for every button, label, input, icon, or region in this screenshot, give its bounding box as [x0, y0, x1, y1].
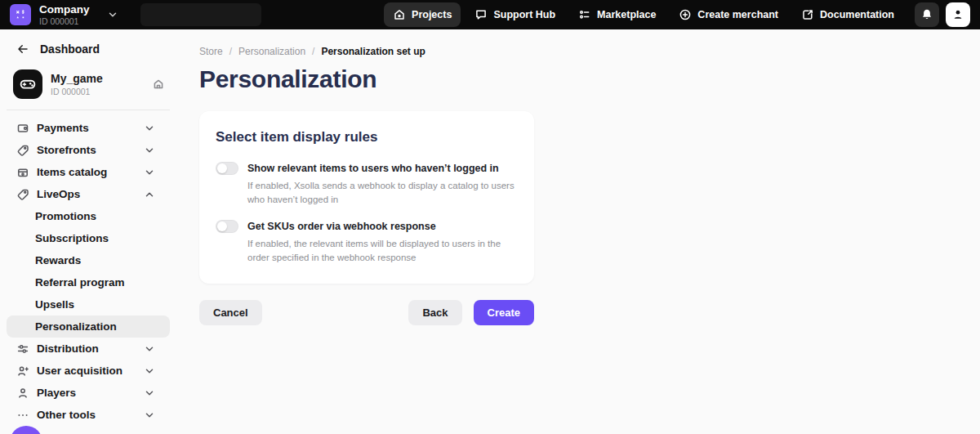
sidebar-subitem-label: Promotions — [35, 210, 96, 222]
breadcrumb-separator: / — [312, 46, 314, 57]
main-content: Store/Personalization/Personalization se… — [176, 29, 980, 434]
chevron-down-icon — [143, 365, 156, 378]
topbar-nav-label: Documentation — [820, 9, 894, 20]
chevron-down-icon — [143, 144, 156, 157]
chevron-up-icon — [143, 188, 156, 201]
back-to-dashboard[interactable]: Dashboard — [0, 39, 176, 59]
sidebar-item-user-acquisition[interactable]: User acquisition — [0, 360, 176, 382]
gamepad-icon — [19, 75, 37, 93]
sidebar-item-label: LiveOps — [37, 188, 143, 200]
toggle-label: Show relevant items to users who haven’t… — [247, 162, 518, 175]
back-button[interactable]: Back — [408, 300, 461, 325]
topbar-nav-projects[interactable]: Projects — [384, 2, 461, 27]
topbar-nav-documentation[interactable]: Documentation — [792, 2, 903, 27]
toggle-switch[interactable] — [216, 162, 238, 175]
sidebar-subitem-subscriptions[interactable]: Subscriptions — [0, 227, 176, 249]
sidebar-subitem-personalization[interactable]: Personalization — [7, 315, 170, 338]
sidebar-subitem-upsells[interactable]: Upsells — [0, 293, 176, 315]
sliders-icon — [16, 342, 29, 356]
sidebar-item-players[interactable]: Players — [0, 382, 176, 404]
toggle-row-get-skus-order-via-webhook-res: Get SKUs order via webhook responseIf en… — [216, 220, 518, 264]
sidebar-subitem-label: Rewards — [35, 254, 81, 266]
topbar-nav-label: Marketplace — [597, 9, 656, 20]
project-switcher[interactable]: My_game ID 000001 — [0, 69, 176, 99]
chevron-down-icon[interactable] — [106, 8, 119, 21]
company-logo — [10, 4, 31, 25]
list-icon — [578, 8, 591, 21]
sidebar-subitem-label: Personalization — [35, 320, 117, 333]
project-avatar — [13, 69, 42, 99]
sidebar-item-label: Players — [37, 387, 143, 399]
external-link-icon — [801, 8, 814, 21]
bell-icon — [920, 8, 933, 21]
person-outline-icon — [16, 387, 29, 400]
topbar-nav-label: Support Hub — [493, 9, 555, 20]
sidebar-item-label: User acquisition — [37, 365, 143, 377]
tag-icon — [16, 188, 29, 201]
home-icon[interactable] — [152, 78, 165, 91]
toggle-row-show-relevant-items-to-users-w: Show relevant items to users who haven’t… — [216, 162, 518, 206]
cancel-button[interactable]: Cancel — [199, 300, 262, 325]
sidebar-subitem-referral-program[interactable]: Referral program — [0, 271, 176, 293]
sidebar-item-other-tools[interactable]: Other tools — [0, 404, 176, 426]
arrow-left-icon — [16, 43, 29, 56]
company-name: Company — [39, 3, 90, 16]
page-title: Personalization — [199, 65, 980, 93]
toggle-label: Get SKUs order via webhook response — [247, 220, 518, 233]
sidebar-nav: PaymentsStorefrontsItems catalogLiveOpsP… — [0, 117, 176, 426]
notifications-button[interactable] — [915, 2, 939, 27]
project-name: My_game — [51, 72, 152, 86]
account-button[interactable] — [946, 2, 970, 27]
sidebar-subitem-rewards[interactable]: Rewards — [0, 249, 176, 271]
sidebar-item-storefronts[interactable]: Storefronts — [0, 139, 176, 161]
storefront-icon — [16, 166, 29, 179]
create-button[interactable]: Create — [474, 300, 534, 325]
sidebar: Dashboard My_game ID 000001 PaymentsStor… — [0, 29, 176, 434]
project-id: ID 000001 — [51, 87, 152, 97]
toggle-list: Show relevant items to users who haven’t… — [216, 162, 518, 265]
dots-icon — [16, 409, 29, 422]
sidebar-item-items-catalog[interactable]: Items catalog — [0, 161, 176, 183]
sidebar-item-label: Payments — [37, 122, 143, 134]
sidebar-item-label: Items catalog — [37, 166, 143, 178]
topbar-nav-create-merchant[interactable]: Create merchant — [670, 2, 787, 27]
sidebar-subitem-promotions[interactable]: Promotions — [0, 205, 176, 227]
dashboard-label: Dashboard — [40, 43, 100, 56]
breadcrumb-store[interactable]: Store — [199, 46, 223, 57]
breadcrumb-personalization[interactable]: Personalization — [238, 46, 305, 57]
toggle-switch[interactable] — [216, 220, 238, 233]
person-icon — [951, 8, 964, 21]
chevron-down-icon — [143, 342, 156, 356]
wallet-icon — [16, 122, 29, 135]
topbar-nav-label: Projects — [412, 9, 452, 20]
sidebar-subitem-label: Upsells — [35, 298, 74, 311]
chat-icon — [474, 8, 488, 21]
toggle-knob — [217, 221, 227, 231]
chevron-down-icon — [143, 122, 156, 135]
sidebar-item-distribution[interactable]: Distribution — [0, 338, 176, 360]
company-id: ID 000001 — [39, 16, 90, 26]
topbar-nav-support-hub[interactable]: Support Hub — [466, 2, 564, 27]
person-plus-icon — [16, 365, 29, 378]
chevron-down-icon — [143, 409, 156, 422]
toggle-description: If enabled, the relevant items will be d… — [247, 237, 518, 264]
card-heading: Select item display rules — [216, 129, 518, 145]
topbar: Company ID 000001 ProjectsSupport HubMar… — [0, 0, 980, 29]
sidebar-divider — [7, 110, 170, 110]
display-rules-card: Select item display rules Show relevant … — [199, 111, 534, 284]
sidebar-item-label: Distribution — [37, 342, 143, 355]
topbar-search-box[interactable] — [140, 3, 261, 26]
breadcrumb-separator: / — [229, 46, 232, 57]
sidebar-item-payments[interactable]: Payments — [0, 117, 176, 139]
chevron-down-icon — [143, 166, 156, 179]
sidebar-item-liveops[interactable]: LiveOps — [0, 183, 176, 205]
topbar-nav-marketplace[interactable]: Marketplace — [569, 2, 665, 27]
house-icon — [393, 8, 406, 21]
sidebar-item-label: Other tools — [37, 409, 143, 421]
chevron-down-icon — [143, 387, 156, 400]
plus-circle-icon — [679, 8, 692, 21]
company-selector[interactable]: Company ID 000001 — [39, 3, 90, 26]
breadcrumb-personalization-set-up: Personalization set up — [321, 46, 425, 57]
form-actions: Cancel Back Create — [199, 300, 534, 325]
sidebar-subitem-label: Referral program — [35, 276, 125, 289]
